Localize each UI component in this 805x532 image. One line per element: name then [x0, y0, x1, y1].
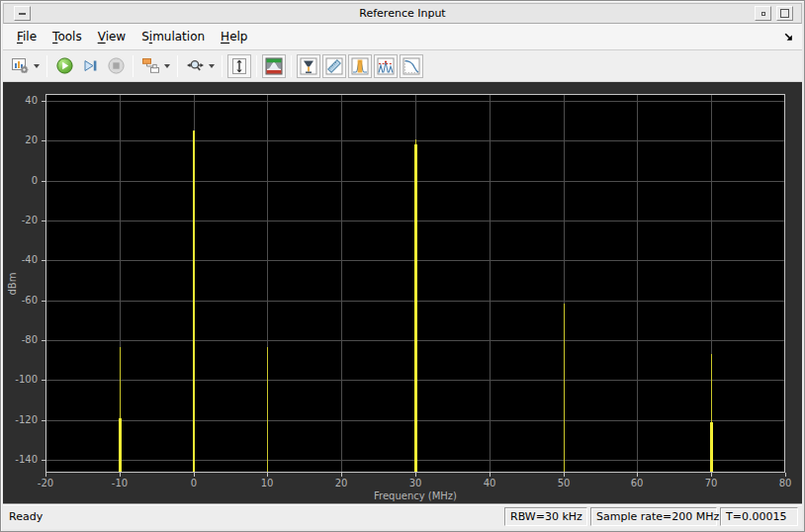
window-menu-button[interactable] [14, 6, 31, 21]
y-tick-label: 0 [3, 175, 38, 186]
maximize-button[interactable] [776, 6, 793, 21]
y-tick-label: -20 [3, 215, 38, 225]
y-tick-label: -60 [3, 295, 38, 306]
toolbar-separator [256, 55, 257, 77]
toolbar-separator [133, 55, 134, 77]
y-tick-label: -40 [3, 254, 38, 265]
y-tick [42, 101, 45, 102]
spectrum-spike-bright [119, 418, 122, 472]
y-tick-label: -80 [3, 334, 38, 345]
scale-y-axis-button[interactable] [227, 54, 251, 78]
spectrum-settings-dropdown[interactable] [34, 64, 40, 68]
x-tick [341, 473, 342, 477]
x-tick-label: 0 [191, 478, 197, 488]
stop-button[interactable] [104, 54, 128, 78]
run-button[interactable] [52, 54, 76, 78]
x-tick [637, 473, 638, 477]
menu-bar: File Tools View Simulation Help [3, 24, 802, 50]
y-tick [42, 260, 45, 261]
spectrum-analyzer-window: Reference Input File Tools View Simulati… [0, 0, 805, 532]
x-tick [415, 473, 416, 477]
spectrum-view-icon [265, 57, 283, 75]
x-tick [194, 473, 195, 477]
toolbar-separator [46, 55, 47, 77]
x-tick-label: 30 [409, 478, 422, 488]
minimize-icon [761, 12, 765, 16]
spectrum-spike-bright [414, 144, 417, 472]
spectrum-spike [193, 131, 195, 472]
stop-icon [107, 56, 126, 75]
scale-y-axis-icon [230, 57, 248, 75]
channel-measurements-button[interactable] [348, 54, 372, 78]
dock-arrow-icon[interactable] [783, 28, 794, 46]
window-menu-icon [19, 13, 26, 15]
x-tick [564, 473, 565, 477]
menu-help[interactable]: Help [213, 27, 255, 46]
menu-file[interactable]: File [9, 27, 45, 46]
menu-simulation[interactable]: Simulation [134, 27, 213, 46]
menu-tools[interactable]: Tools [45, 27, 90, 46]
window-title: Reference Input [359, 7, 445, 20]
y-tick [42, 380, 45, 381]
x-tick-label: 50 [558, 478, 571, 488]
y-tick [42, 420, 45, 421]
y-tick [42, 340, 45, 341]
x-tick-label: 20 [335, 478, 348, 488]
y-tick-label: -120 [3, 414, 38, 425]
x-tick [120, 473, 121, 477]
toolbar [3, 50, 802, 82]
gridline-vertical [637, 94, 638, 473]
distortion-measurements-button[interactable] [322, 54, 346, 78]
cursor-measurements-button[interactable] [297, 54, 320, 78]
gridline-vertical [341, 94, 342, 473]
spectrum-spike-bright [710, 422, 713, 472]
peak-finder-icon [377, 57, 395, 75]
status-time: T=0.00015 [720, 507, 798, 526]
menu-view[interactable]: View [90, 27, 134, 46]
toolbar-separator [177, 55, 178, 77]
x-tick-label: -20 [38, 478, 53, 488]
plot-panel: dBm Frequency (MHz) -20-1001020304050607… [3, 82, 802, 503]
gridline-horizontal [45, 101, 785, 102]
x-tick-label: 60 [631, 478, 644, 488]
x-tick [45, 473, 46, 477]
toolbar-separator [222, 55, 223, 77]
run-icon [55, 56, 74, 75]
y-tick-label: -100 [3, 374, 38, 385]
x-tick [490, 473, 491, 477]
y-tick-label: -140 [3, 454, 38, 465]
distortion-measurements-icon [325, 57, 343, 75]
x-tick [267, 473, 268, 477]
y-tick [42, 140, 45, 141]
spectrum-settings-button[interactable] [8, 54, 32, 78]
channel-measurements-icon [351, 57, 369, 75]
playback-options-dropdown[interactable] [164, 64, 170, 68]
y-tick-label: 20 [3, 134, 38, 145]
zoom-dropdown[interactable] [209, 64, 215, 68]
x-tick-label: 70 [705, 478, 718, 488]
x-axis-title: Frequency (MHz) [374, 490, 457, 501]
x-tick [711, 473, 712, 477]
y-tick [42, 301, 45, 302]
title-bar[interactable]: Reference Input [3, 3, 802, 24]
x-tick-label: 10 [261, 478, 274, 488]
step-forward-icon [81, 56, 100, 75]
spectrum-view-button[interactable] [262, 54, 286, 78]
x-tick-label: -10 [112, 478, 128, 488]
y-axis-title: dBm [7, 271, 18, 297]
peak-finder-button[interactable] [374, 54, 398, 78]
zoom-button[interactable] [183, 54, 207, 78]
status-bar: Ready RBW=30 kHz Sample rate=200 MHz T=0… [3, 503, 802, 529]
y-tick [42, 221, 45, 222]
playback-options-button[interactable] [138, 54, 162, 78]
step-forward-button[interactable] [78, 54, 102, 78]
zoom-x-icon [186, 56, 205, 75]
maximize-icon [780, 9, 789, 18]
ccdf-measurements-button[interactable] [400, 54, 423, 78]
toolbar-separator [291, 55, 292, 77]
playback-options-icon [141, 56, 160, 75]
status-rbw: RBW=30 kHz [504, 507, 587, 526]
minimize-button[interactable] [755, 6, 771, 21]
gridline-vertical [490, 94, 491, 473]
cursor-measurements-icon [300, 57, 317, 75]
